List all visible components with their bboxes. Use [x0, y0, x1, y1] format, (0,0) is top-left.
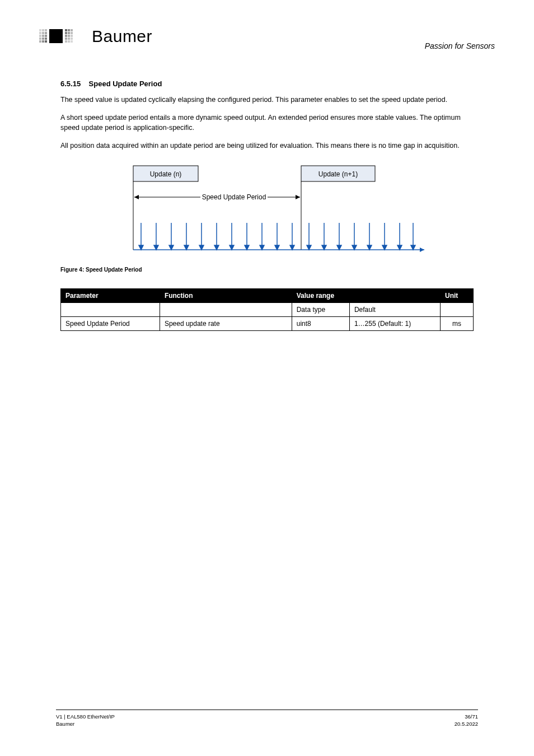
td-datatype: uint8	[292, 316, 349, 330]
footer-right: 36/71 20.5.2022	[455, 713, 478, 728]
svg-rect-13	[42, 40, 44, 43]
svg-rect-0	[39, 29, 41, 31]
svg-rect-20	[68, 32, 70, 34]
svg-marker-44	[154, 245, 158, 250]
section-number: 6.5.15	[60, 80, 81, 88]
svg-marker-50	[199, 245, 204, 250]
svg-marker-78	[411, 245, 415, 250]
svg-rect-30	[71, 40, 73, 43]
svg-rect-27	[71, 38, 73, 40]
page-content: 6.5.15 Speed Update Period The speed val…	[60, 80, 474, 331]
svg-rect-3	[39, 32, 41, 34]
th-function: Function	[160, 288, 292, 302]
svg-marker-70	[352, 245, 357, 250]
brand-name: Baumer	[92, 27, 152, 46]
td-empty	[441, 302, 474, 316]
brand-tagline: Passion for Sensors	[425, 41, 495, 50]
svg-marker-38	[296, 195, 300, 199]
th-parameter: Parameter	[61, 288, 160, 302]
footer-company: Baumer	[56, 721, 115, 728]
svg-rect-4	[42, 32, 44, 34]
svg-marker-40	[420, 248, 424, 252]
figure-caption: Figure 4: Speed Update Period	[60, 267, 474, 273]
svg-marker-36	[134, 195, 139, 199]
svg-rect-29	[68, 40, 70, 43]
svg-rect-10	[42, 38, 44, 40]
svg-rect-15	[49, 29, 63, 43]
section-title: Speed Update Period	[89, 80, 162, 88]
svg-rect-8	[45, 35, 47, 37]
page-header: Baumer Passion for Sensors	[39, 27, 495, 55]
svg-rect-26	[68, 38, 70, 40]
svg-rect-23	[68, 35, 70, 37]
td-default: 1…255 (Default: 1)	[349, 316, 440, 330]
table-header-row: Parameter Function Value range Unit	[61, 288, 474, 302]
svg-marker-52	[214, 245, 219, 250]
th-unit: Unit	[441, 288, 474, 302]
page-footer: V1 | EAL580 EtherNet/IP Baumer 36/71 20.…	[56, 710, 478, 728]
svg-marker-58	[260, 245, 264, 250]
svg-marker-76	[397, 245, 402, 250]
svg-rect-19	[65, 32, 67, 34]
svg-marker-46	[169, 245, 174, 250]
svg-rect-28	[65, 40, 67, 43]
td-empty	[160, 302, 292, 316]
svg-rect-18	[71, 29, 73, 31]
footer-date: 20.5.2022	[455, 721, 478, 728]
paragraph-1: The speed value is updated cyclically el…	[60, 95, 474, 105]
svg-rect-1	[42, 29, 44, 31]
svg-marker-64	[307, 245, 311, 250]
td-sub-default: Default	[349, 302, 440, 316]
figure: Update (n) Update (n+1) Speed Update Per…	[60, 161, 474, 273]
svg-rect-11	[45, 38, 47, 40]
parameter-table: Parameter Function Value range Unit Data…	[60, 288, 474, 331]
svg-marker-72	[367, 245, 372, 250]
svg-marker-68	[337, 245, 341, 250]
table-row: Speed Update Period Speed update rate ui…	[61, 316, 474, 330]
footer-page: 36/71	[455, 713, 478, 721]
svg-rect-2	[45, 29, 47, 31]
svg-rect-9	[39, 38, 41, 40]
svg-rect-14	[45, 40, 47, 43]
svg-rect-25	[65, 38, 67, 40]
svg-marker-66	[322, 245, 326, 250]
speed-update-diagram: Update (n) Update (n+1) Speed Update Per…	[128, 161, 430, 262]
th-value-range: Value range	[292, 288, 440, 302]
svg-marker-56	[245, 245, 249, 250]
brand-squares-icon	[39, 27, 84, 46]
svg-rect-24	[71, 35, 73, 37]
paragraph-3: All position data acquired within an upd…	[60, 141, 474, 151]
svg-rect-21	[71, 32, 73, 34]
svg-rect-12	[39, 40, 41, 43]
svg-rect-16	[65, 29, 67, 31]
svg-marker-54	[229, 245, 234, 250]
td-unit: ms	[441, 316, 474, 330]
footer-left: V1 | EAL580 EtherNet/IP Baumer	[56, 713, 115, 728]
section-heading: 6.5.15 Speed Update Period	[60, 80, 474, 88]
svg-rect-22	[65, 35, 67, 37]
svg-rect-5	[45, 32, 47, 34]
svg-rect-7	[42, 35, 44, 37]
td-empty	[61, 302, 160, 316]
label-period: Speed Update Period	[202, 193, 266, 201]
svg-marker-60	[275, 245, 279, 250]
paragraph-2: A short speed update period entails a mo…	[60, 113, 474, 133]
svg-marker-42	[139, 245, 143, 250]
td-parameter: Speed Update Period	[61, 316, 160, 330]
table-subheader-row: Data type Default	[61, 302, 474, 316]
svg-marker-74	[382, 245, 387, 250]
label-update-n1: Update (n+1)	[318, 170, 358, 178]
label-update-n: Update (n)	[150, 170, 182, 178]
svg-marker-48	[184, 245, 189, 250]
td-sub-datatype: Data type	[292, 302, 349, 316]
svg-marker-62	[290, 245, 294, 250]
footer-doc: V1 | EAL580 EtherNet/IP	[56, 713, 115, 721]
svg-rect-17	[68, 29, 70, 31]
td-function: Speed update rate	[160, 316, 292, 330]
svg-rect-6	[39, 35, 41, 37]
